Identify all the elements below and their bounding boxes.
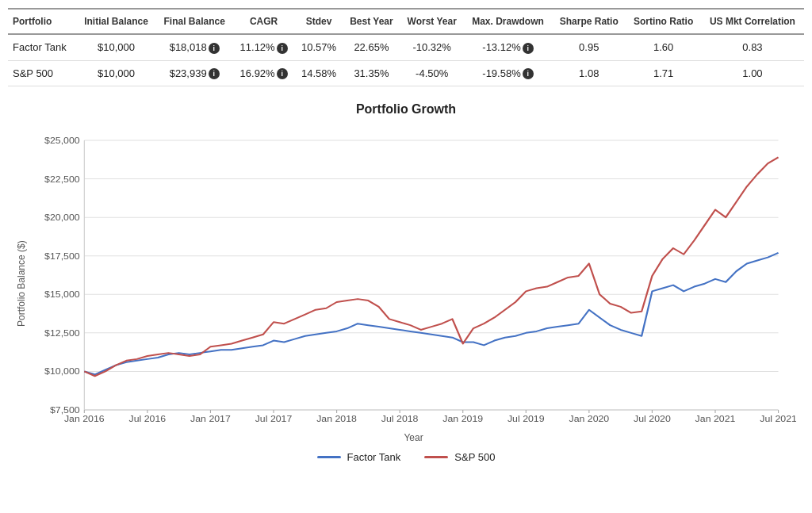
svg-text:$15,000: $15,000 [44,289,80,299]
table-cell: 1.08 [552,60,626,86]
svg-text:Jan 2021: Jan 2021 [695,414,736,423]
table-cell: $23,939i [156,60,233,86]
info-icon[interactable]: i [277,43,288,54]
svg-text:Jan 2019: Jan 2019 [442,414,483,423]
legend-line-factor-tank [317,456,341,458]
svg-text:Jan 2018: Jan 2018 [316,414,357,423]
col-header-cagr: CAGR [233,9,295,34]
col-header-final-balance: Final Balance [156,9,233,34]
svg-text:$17,500: $17,500 [44,251,80,260]
col-header-best-year: Best Year [343,9,400,34]
table-cell: 0.83 [701,34,804,60]
col-header-initial-balance: Initial Balance [76,9,155,34]
table-cell: 0.95 [552,34,626,60]
table-cell: 22.65% [343,34,400,60]
performance-table: Portfolio Initial Balance Final Balance … [8,8,804,86]
info-icon[interactable]: i [523,68,534,79]
table-cell: 14.58% [295,60,343,86]
col-header-us-mkt-correlation: US Mkt Correlation [701,9,804,34]
table-cell: $18,018i [156,34,233,60]
table-cell: 1.71 [626,60,701,86]
svg-text:Jan 2016: Jan 2016 [64,414,105,423]
y-axis-label: Portfolio Balance ($) [16,124,27,443]
table-row: Factor Tank$10,000$18,018i11.12%i10.57%2… [8,34,804,60]
table-cell: -19.58%i [464,60,552,86]
table-cell: Factor Tank [8,34,76,60]
svg-text:Jul 2018: Jul 2018 [381,414,419,423]
legend-label-factor-tank: Factor Tank [347,451,401,463]
col-header-stdev: Stdev [295,9,343,34]
info-icon[interactable]: i [209,43,220,54]
chart-svg: $7,500$10,000$12,500$15,000$17,500$20,00… [31,124,796,426]
legend-line-sp500 [424,456,448,458]
table-cell: 31.35% [343,60,400,86]
chart-area: Portfolio Balance ($) $7,500$10,000$12,5… [16,124,796,443]
svg-text:Jul 2019: Jul 2019 [508,414,545,423]
col-header-sortino-ratio: Sortino Ratio [626,9,701,34]
svg-text:Jan 2020: Jan 2020 [569,414,609,423]
table-row: S&P 500$10,000$23,939i16.92%i14.58%31.35… [8,60,804,86]
legend-label-sp500: S&P 500 [454,451,495,463]
table-cell: 16.92%i [233,60,295,86]
svg-text:Jul 2021: Jul 2021 [760,414,796,423]
col-header-portfolio: Portfolio [8,9,76,34]
table-cell: -13.12%i [464,34,552,60]
svg-text:$20,000: $20,000 [44,212,80,222]
info-icon[interactable]: i [209,68,220,79]
svg-text:Jul 2020: Jul 2020 [634,414,671,423]
chart-legend: Factor Tank S&P 500 [16,451,796,463]
table-cell: S&P 500 [8,60,76,86]
table-cell: -4.50% [400,60,463,86]
chart-container: Portfolio Growth Portfolio Balance ($) $… [8,102,804,463]
svg-text:$12,500: $12,500 [44,328,80,338]
col-header-worst-year: Worst Year [400,9,463,34]
svg-text:Jan 2017: Jan 2017 [190,414,231,423]
table-cell: 1.00 [701,60,804,86]
chart-inner: $7,500$10,000$12,500$15,000$17,500$20,00… [31,124,796,443]
table-cell: 11.12%i [233,34,295,60]
svg-text:$10,000: $10,000 [44,366,80,376]
table-cell: 10.57% [295,34,343,60]
table-cell: $10,000 [76,60,155,86]
svg-text:$22,500: $22,500 [44,174,80,183]
col-header-max-drawdown: Max. Drawdown [464,9,552,34]
x-axis-label: Year [31,432,796,443]
table-cell: $10,000 [76,34,155,60]
col-header-sharpe-ratio: Sharpe Ratio [552,9,626,34]
svg-text:$25,000: $25,000 [44,136,80,145]
info-icon[interactable]: i [523,43,534,54]
table-cell: 1.60 [626,34,701,60]
legend-sp500: S&P 500 [424,451,495,463]
legend-factor-tank: Factor Tank [317,451,401,463]
svg-text:Jul 2017: Jul 2017 [255,414,293,423]
svg-text:Jul 2016: Jul 2016 [129,414,167,423]
chart-title: Portfolio Growth [16,102,796,117]
info-icon[interactable]: i [277,68,288,79]
table-cell: -10.32% [400,34,463,60]
